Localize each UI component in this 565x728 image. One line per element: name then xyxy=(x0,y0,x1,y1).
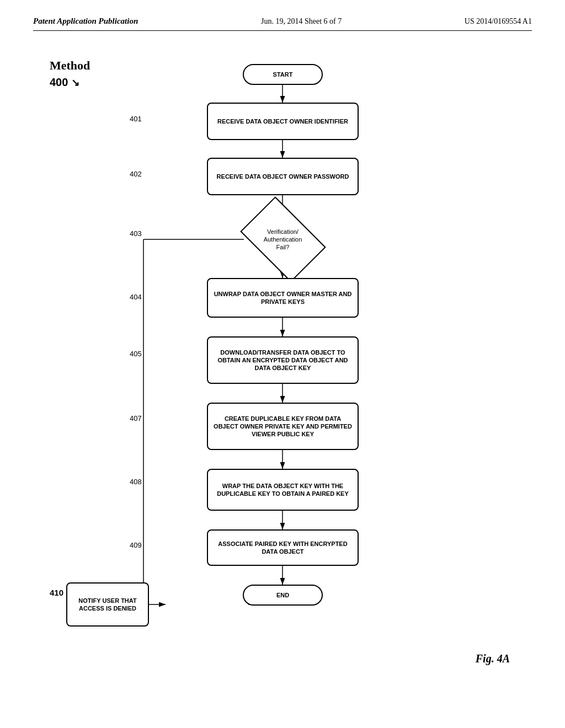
step-409-box: ASSOCIATE PAIRED KEY WITH ENCRYPTED DATA… xyxy=(207,529,359,566)
step-407-box: CREATE DUPLICABLE KEY FROM DATA OBJECT O… xyxy=(207,403,359,450)
patent-number-label: US 2014/0169554 A1 xyxy=(465,17,532,26)
start-node: START xyxy=(243,64,323,85)
method-number: 400 ↘ xyxy=(50,76,79,89)
step-410-box: NOTIFY USER THAT ACCESS IS DENIED xyxy=(66,582,149,627)
step-405-label: 405 xyxy=(130,350,142,358)
step-403-text: Verification/AuthenticationFail? xyxy=(264,228,302,251)
date-sheet-label: Jun. 19, 2014 Sheet 6 of 7 xyxy=(261,17,342,26)
step-405-box: DOWNLOAD/TRANSFER DATA OBJECT TO OBTAIN … xyxy=(207,336,359,384)
end-node: END xyxy=(243,585,323,606)
step-410-label: 410 xyxy=(50,588,63,597)
step-401-label: 401 xyxy=(130,115,142,123)
step-408-box: WRAP THE DATA OBJECT KEY WITH THE DUPLIC… xyxy=(207,469,359,511)
method-label: Method xyxy=(50,58,90,73)
diagram-area: Method 400 ↘ xyxy=(33,47,532,682)
page-header: Patent Application Publication Jun. 19, … xyxy=(33,17,532,31)
step-408-label: 408 xyxy=(130,478,142,486)
step-402-label: 402 xyxy=(130,170,142,178)
step-409-label: 409 xyxy=(130,541,142,549)
page: Patent Application Publication Jun. 19, … xyxy=(0,0,565,728)
step-407-label: 407 xyxy=(130,414,142,422)
step-404-label: 404 xyxy=(130,293,142,301)
step-403-diamond: Verification/AuthenticationFail? xyxy=(207,213,359,266)
step-402-box: RECEIVE DATA OBJECT OWNER PASSWORD xyxy=(207,158,359,195)
step-403-label: 403 xyxy=(130,229,142,238)
fig-label: Fig. 4A xyxy=(476,652,510,665)
step-401-box: RECEIVE DATA OBJECT OWNER IDENTIFIER xyxy=(207,103,359,140)
step-404-box: UNWRAP DATA OBJECT OWNER MASTER AND PRIV… xyxy=(207,278,359,318)
publication-label: Patent Application Publication xyxy=(33,17,138,26)
